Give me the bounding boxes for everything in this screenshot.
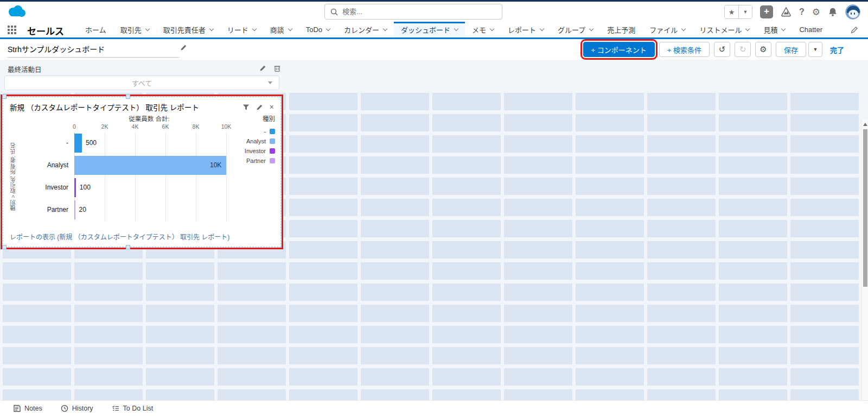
global-actions-icon[interactable]: + (760, 5, 773, 18)
add-filter-button[interactable]: + 検索条件 (659, 42, 710, 57)
tab-レポート[interactable]: レポート (501, 22, 551, 37)
tab-メモ[interactable]: メモ (465, 22, 501, 37)
tab-グループ[interactable]: グループ (551, 22, 600, 37)
save-button[interactable]: 保存 (776, 42, 806, 57)
tab-カレンダー[interactable]: カレンダー (337, 22, 394, 37)
chevron-down-icon (781, 27, 786, 31)
bar-Analyst[interactable] (74, 156, 226, 175)
utility-item-label: History (72, 405, 93, 412)
utility-item-history[interactable]: History (53, 401, 101, 416)
legend-label: Analyst (246, 138, 266, 144)
bar-Partner[interactable] (74, 200, 75, 219)
bar-value-label: 500 (86, 132, 97, 154)
tab-label: ダッシュボード (401, 24, 450, 35)
chart-title: 従業員数 合計: (72, 114, 227, 123)
search-input[interactable] (342, 8, 496, 16)
tab-取引先責任者[interactable]: 取引先責任者 (156, 22, 220, 37)
dashboard-toolbar: Strhサンプルダッシュボード + コンポーネント + 検索条件 ↺ ↻ ⚙ 保… (0, 39, 868, 60)
utility-item-notes[interactable]: Notes (5, 401, 50, 416)
component-remove-icon[interactable]: × (270, 104, 274, 110)
delete-filter-trash-icon[interactable] (274, 65, 280, 72)
utility-item-label: To Do List (123, 405, 154, 412)
edit-title-pencil-icon[interactable] (180, 44, 187, 51)
tab-ファイル[interactable]: ファイル (642, 22, 692, 37)
x-tick-label: 10K (221, 123, 232, 130)
notifications-bell-icon[interactable] (828, 7, 838, 17)
resize-handle[interactable] (2, 245, 7, 249)
history-clock-icon (61, 405, 68, 412)
chevron-down-icon (745, 27, 750, 31)
tab-商談[interactable]: 商談 (263, 22, 299, 37)
filter-value-dropdown[interactable]: すべて (4, 75, 279, 90)
resize-handle[interactable] (2, 94, 7, 99)
legend-entry-Analyst[interactable]: Analyst (245, 136, 275, 146)
tab-ToDo[interactable]: ToDo (299, 22, 337, 37)
edit-nav-pencil-icon[interactable] (851, 26, 858, 34)
help-icon[interactable]: ? (799, 7, 805, 17)
legend-label: - (264, 128, 266, 135)
resize-handle[interactable] (126, 94, 130, 99)
chevron-down-icon (681, 27, 686, 31)
report-chart-component[interactable]: 新規 （カスタムレポートタイプテスト） 取引先 レポート × 従業員数 合計: … (3, 97, 281, 247)
edit-filter-pencil-icon[interactable] (259, 65, 266, 72)
tab-リストメール[interactable]: リストメール (692, 22, 756, 37)
legend-title: 種別 (245, 114, 275, 123)
bar--[interactable] (74, 134, 82, 153)
tab-label: ホーム (85, 24, 106, 35)
dashboard-properties-gear-button[interactable]: ⚙ (755, 42, 771, 57)
component-edit-pencil-icon[interactable] (256, 104, 263, 111)
global-search[interactable] (324, 4, 502, 20)
user-avatar[interactable] (845, 4, 860, 20)
chevron-down-icon (540, 27, 544, 31)
legend-entry-Investor[interactable]: Investor (245, 146, 275, 156)
legend-entry--[interactable]: - (245, 127, 275, 136)
chevron-down-icon (326, 27, 330, 31)
app-launcher-icon[interactable] (8, 26, 17, 35)
tab-label: リード (227, 24, 248, 35)
filter-value: すべて (132, 78, 152, 88)
global-header: ★ ▼ + ? ⚙ (0, 2, 868, 22)
bar-Investor[interactable] (74, 178, 76, 197)
x-tick-label: 4K (132, 123, 139, 130)
tab-見積[interactable]: 見積 (756, 22, 792, 37)
tab-リード[interactable]: リード (220, 22, 263, 37)
guidance-center-icon[interactable] (781, 7, 792, 17)
tab-売上予測[interactable]: 売上予測 (600, 22, 642, 37)
bar-value-label: 10K (210, 154, 221, 177)
done-button[interactable]: 完了 (827, 42, 847, 57)
utility-item-todo-list[interactable]: To Do List (104, 401, 161, 416)
tab-ダッシュボード[interactable]: ダッシュボード (394, 22, 465, 37)
tab-ホーム[interactable]: ホーム (78, 22, 113, 37)
legend-swatch (270, 148, 275, 154)
scrollbar-thumb[interactable] (863, 129, 867, 287)
tab-取引先[interactable]: 取引先 (113, 22, 156, 37)
resize-handle[interactable] (126, 245, 130, 249)
favorites-dropdown-icon[interactable]: ▼ (738, 5, 752, 18)
tab-label: 見積 (763, 24, 777, 35)
tab-label: ファイル (649, 24, 678, 35)
chart-legend: 種別 -AnalystInvestorPartner (245, 114, 275, 166)
undo-button[interactable]: ↺ (714, 42, 730, 57)
star-icon[interactable]: ★ (725, 5, 738, 18)
bar-row: 100 (74, 177, 227, 199)
add-component-button[interactable]: + コンポーネント (583, 42, 655, 57)
salesforce-logo-icon[interactable] (7, 4, 27, 20)
tab-label: レポート (508, 24, 536, 35)
view-report-link[interactable]: レポートの表示 (新規 （カスタムレポートタイプテスト） 取引先 レポート) (10, 232, 229, 241)
favorites-control[interactable]: ★ ▼ (724, 5, 752, 19)
legend-label: Partner (246, 157, 266, 164)
save-dropdown-button[interactable]: ▼ (808, 42, 822, 57)
setup-gear-icon[interactable]: ⚙ (812, 7, 820, 18)
redo-button[interactable]: ↻ (735, 42, 751, 57)
y-axis-title: 種別 > 取引先 所有者: 氏名 (9, 143, 17, 211)
tab-Chatter[interactable]: Chatter (792, 22, 829, 37)
scroll-up-arrow-icon[interactable] (863, 123, 867, 126)
vertical-scrollbar[interactable] (861, 119, 868, 400)
legend-entry-Partner[interactable]: Partner (245, 156, 275, 166)
tab-label: 取引先 (120, 24, 142, 35)
app-name[interactable]: セールス (23, 22, 78, 37)
x-tick-label: 0 (73, 123, 76, 130)
component-filter-funnel-icon[interactable] (242, 104, 250, 111)
tab-label: リストメール (699, 24, 742, 35)
dashboard-title-field[interactable]: Strhサンプルダッシュボード (8, 43, 179, 58)
